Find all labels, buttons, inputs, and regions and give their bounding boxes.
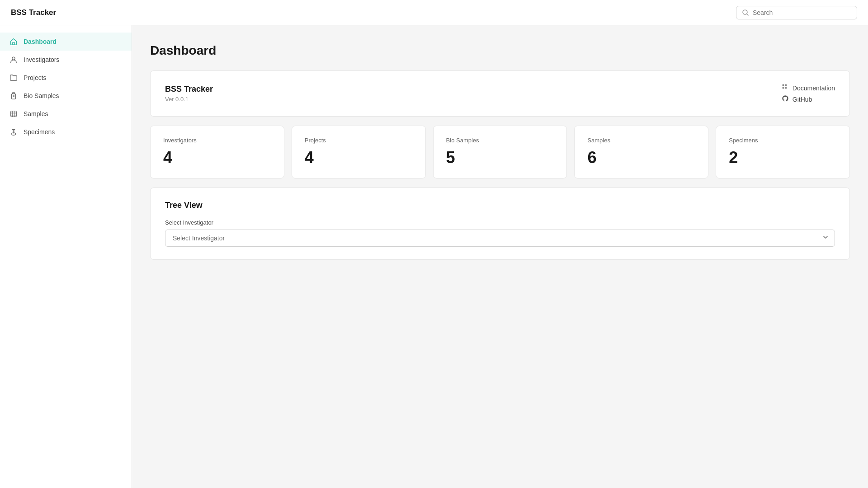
stat-card-specimens: Specimens 2 [716, 126, 850, 178]
stat-label-bio-samples: Bio Samples [446, 137, 554, 144]
sample-icon [9, 109, 18, 118]
svg-point-3 [12, 57, 15, 60]
stat-card-bio-samples: Bio Samples 5 [433, 126, 567, 178]
stat-card-investigators: Investigators 4 [150, 126, 284, 178]
sidebar-item-specimens[interactable]: Specimens [0, 123, 132, 141]
stat-value-samples: 6 [587, 148, 695, 167]
stat-value-specimens: 2 [729, 148, 837, 167]
user-icon [9, 55, 18, 64]
github-icon [782, 95, 789, 103]
info-card-left: BSS Tracker Ver 0.0.1 [165, 84, 213, 103]
svg-rect-8 [11, 111, 17, 117]
sidebar-item-samples[interactable]: Samples [0, 105, 132, 123]
documentation-link[interactable]: Documentation [782, 84, 835, 92]
svg-rect-17 [785, 84, 787, 86]
info-version: Ver 0.0.1 [165, 96, 213, 103]
sidebar-item-projects[interactable]: Projects [0, 69, 132, 87]
svg-rect-2 [13, 42, 15, 45]
info-card: BSS Tracker Ver 0.0.1 Documentation [150, 70, 850, 117]
sidebar-label-specimens: Specimens [24, 128, 55, 136]
svg-line-1 [747, 14, 749, 15]
sidebar-item-dashboard[interactable]: Dashboard [0, 33, 132, 51]
tree-view-card: Tree View Select Investigator Select Inv… [150, 188, 850, 260]
bio-icon [9, 91, 18, 100]
stat-value-investigators: 4 [163, 148, 271, 167]
search-input[interactable] [753, 9, 851, 16]
stat-value-projects: 4 [305, 148, 413, 167]
info-card-right: Documentation GitHub [782, 84, 835, 103]
app-title: BSS Tracker [11, 8, 56, 17]
sidebar-item-bio-samples[interactable]: Bio Samples [0, 87, 132, 105]
stats-row: Investigators 4 Projects 4 Bio Samples 5… [150, 126, 850, 178]
docs-icon [782, 84, 789, 92]
stat-label-projects: Projects [305, 137, 413, 144]
main-content: Dashboard BSS Tracker Ver 0.0.1 [132, 25, 868, 488]
select-investigator-label: Select Investigator [165, 219, 835, 226]
app-header: BSS Tracker [0, 0, 868, 25]
github-label: GitHub [793, 96, 812, 103]
stat-card-projects: Projects 4 [292, 126, 426, 178]
search-icon [742, 9, 749, 16]
stat-card-samples: Samples 6 [574, 126, 708, 178]
stat-label-samples: Samples [587, 137, 695, 144]
stat-label-specimens: Specimens [729, 137, 837, 144]
info-app-name: BSS Tracker [165, 84, 213, 94]
github-link[interactable]: GitHub [782, 95, 812, 103]
page-title: Dashboard [150, 43, 850, 58]
svg-rect-19 [785, 87, 787, 89]
home-icon [9, 37, 18, 46]
tree-view-title: Tree View [165, 201, 835, 210]
stat-label-investigators: Investigators [163, 137, 271, 144]
search-bar[interactable] [736, 6, 857, 19]
folder-icon [9, 73, 18, 82]
sidebar-label-dashboard: Dashboard [24, 38, 57, 45]
investigator-select[interactable]: Select Investigator [165, 230, 835, 247]
sidebar-label-samples: Samples [24, 110, 48, 117]
sidebar-label-bio-samples: Bio Samples [24, 92, 59, 99]
main-layout: Dashboard Investigators Projects [0, 25, 868, 488]
documentation-label: Documentation [793, 84, 835, 92]
sidebar-label-investigators: Investigators [24, 56, 59, 63]
sidebar-label-projects: Projects [24, 74, 47, 81]
select-wrapper: Select Investigator [165, 230, 835, 247]
sidebar-item-investigators[interactable]: Investigators [0, 51, 132, 69]
specimen-icon [9, 127, 18, 136]
sidebar: Dashboard Investigators Projects [0, 25, 132, 488]
svg-rect-18 [782, 87, 784, 89]
svg-rect-16 [782, 84, 784, 86]
stat-value-bio-samples: 5 [446, 148, 554, 167]
